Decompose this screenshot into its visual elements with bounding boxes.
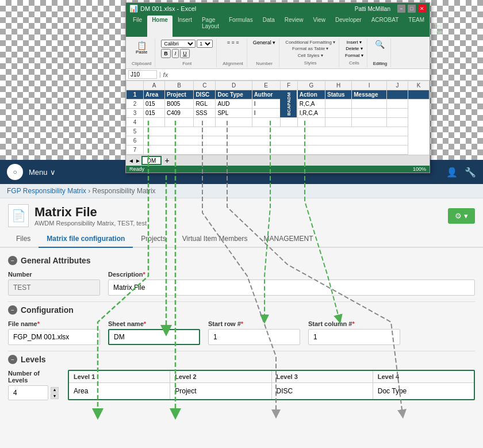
col-K[interactable]: K (408, 81, 429, 90)
cell-E1[interactable]: Author (252, 90, 280, 99)
cell-C1[interactable]: DISC (194, 90, 216, 99)
italic-button[interactable]: I (172, 49, 179, 58)
cell-C3[interactable]: SSS (194, 109, 216, 118)
cell-I2[interactable] (352, 99, 387, 109)
cell-J1[interactable] (386, 90, 408, 99)
format-btn[interactable]: Format ▾ (345, 53, 363, 58)
cell-G1[interactable]: Action (297, 90, 325, 99)
cell-H2[interactable] (325, 99, 352, 109)
format-as-table[interactable]: Format as Table ▾ (292, 46, 328, 51)
col-E[interactable]: E (252, 81, 280, 90)
tab-formulas[interactable]: Formulas (224, 16, 258, 37)
cell-G4[interactable] (297, 118, 325, 127)
cell-C4[interactable] (194, 118, 216, 127)
cell-B3[interactable]: C409 (164, 109, 193, 118)
bold-button[interactable]: B (161, 49, 171, 58)
cell-K1[interactable] (408, 90, 429, 99)
level2-input[interactable] (170, 383, 271, 399)
col-D[interactable]: D (216, 81, 252, 90)
cell-E2[interactable]: I (252, 99, 280, 109)
description-input[interactable] (108, 279, 475, 296)
delete-btn[interactable]: Delete ▾ (346, 46, 362, 51)
cell-G2[interactable]: R,C,A (297, 99, 325, 109)
cell-A2[interactable]: 015 (144, 99, 165, 109)
number-input[interactable] (8, 279, 100, 296)
cell-H4[interactable] (325, 118, 352, 127)
cell-H3[interactable] (325, 109, 352, 118)
tab-files[interactable]: Files (8, 231, 39, 248)
col-J[interactable]: J (386, 81, 408, 90)
tab-pagelayout[interactable]: Page Layout (197, 16, 224, 37)
col-G[interactable]: G (297, 81, 325, 90)
spinner-up[interactable]: ▲ (51, 387, 59, 393)
cell-I4[interactable] (352, 118, 387, 127)
col-H[interactable]: H (325, 81, 352, 90)
tab-acrobat[interactable]: ACROBAT (367, 16, 404, 37)
level3-input[interactable] (272, 383, 373, 399)
start-row-input[interactable] (208, 329, 300, 345)
configuration-toggle[interactable]: − (8, 305, 17, 315)
cell-J3[interactable] (386, 109, 408, 118)
levels-toggle[interactable]: − (8, 355, 17, 364)
close-button[interactable]: ✕ (418, 5, 426, 13)
underline-button[interactable]: U (180, 49, 190, 58)
name-box[interactable] (128, 70, 157, 79)
tab-home[interactable]: Home (147, 16, 172, 37)
cell-F1[interactable]: BCAPADM (280, 90, 297, 118)
cell-D1[interactable]: Doc Type (216, 90, 252, 99)
cell-D3[interactable]: SPL (216, 109, 252, 118)
add-sheet-btn[interactable]: + (164, 156, 169, 165)
tab-virtual-items[interactable]: Virtual Item Members (174, 231, 256, 248)
cell-F4[interactable] (280, 118, 297, 127)
tab-file[interactable]: File (128, 16, 147, 37)
file-name-input[interactable] (8, 329, 100, 345)
breadcrumb-item-1[interactable]: FGP Responsibility Matrix (7, 187, 86, 195)
col-B[interactable]: B (164, 81, 193, 90)
tab-matrix-config[interactable]: Matrix file configuration (39, 231, 133, 248)
tab-review[interactable]: Review (280, 16, 308, 37)
sheet-name-input[interactable] (108, 329, 200, 345)
font-select[interactable]: Calibri (161, 40, 195, 48)
cell-A4[interactable] (144, 118, 165, 127)
col-C[interactable]: C (194, 81, 216, 90)
sheet-tab-dm[interactable]: DM (142, 156, 162, 164)
cell-J4[interactable] (386, 118, 408, 127)
cell-G3[interactable]: I,R,C,A (297, 109, 325, 118)
level1-input[interactable] (69, 383, 170, 399)
cell-I3[interactable] (352, 109, 387, 118)
cell-B4[interactable] (164, 118, 193, 127)
maximize-button[interactable]: □ (408, 5, 416, 13)
col-I[interactable]: I (352, 81, 387, 90)
editing-search[interactable]: 🔍 (375, 40, 385, 49)
wrench-icon[interactable]: 🔧 (465, 167, 476, 178)
cell-D2[interactable]: AUD (216, 99, 252, 109)
cell-E3[interactable]: I (252, 109, 280, 118)
cell-B2[interactable]: B005 (164, 99, 193, 109)
minimize-button[interactable]: − (397, 5, 405, 13)
cell-H1[interactable]: Status (325, 90, 352, 99)
cell-C2[interactable]: RGL (194, 99, 216, 109)
sheet-nav-right[interactable]: ► (135, 158, 141, 164)
insert-btn[interactable]: Insert ▾ (347, 40, 362, 45)
start-col-input[interactable] (308, 329, 400, 345)
tab-management[interactable]: MANAGEMENT (256, 231, 321, 248)
cell-I1[interactable]: Message (352, 90, 387, 99)
spinner-down[interactable]: ▼ (51, 393, 59, 399)
formula-input[interactable] (170, 71, 427, 78)
col-A[interactable]: A (144, 81, 165, 90)
paste-button[interactable]: 📋 Paste (133, 40, 150, 56)
general-attributes-toggle[interactable]: − (8, 256, 17, 265)
cell-E4[interactable] (252, 118, 280, 127)
tab-team[interactable]: TEAM (404, 16, 429, 37)
menu-button[interactable]: Menu ∨ (29, 168, 56, 177)
settings-button[interactable]: ⚙ ▾ (448, 208, 475, 224)
tab-tellme[interactable]: ♀ Tell me (430, 16, 447, 37)
tab-developer[interactable]: Developer (331, 16, 366, 37)
tab-view[interactable]: View (309, 16, 331, 37)
cell-styles[interactable]: Cell Styles ▾ (298, 53, 323, 58)
conditional-formatting[interactable]: Conditional Formatting ▾ (285, 40, 335, 45)
cell-A1[interactable]: Area (144, 90, 165, 99)
cell-B1[interactable]: Project (164, 90, 193, 99)
tab-data[interactable]: Data (258, 16, 279, 37)
cell-A3[interactable]: 015 (144, 109, 165, 118)
